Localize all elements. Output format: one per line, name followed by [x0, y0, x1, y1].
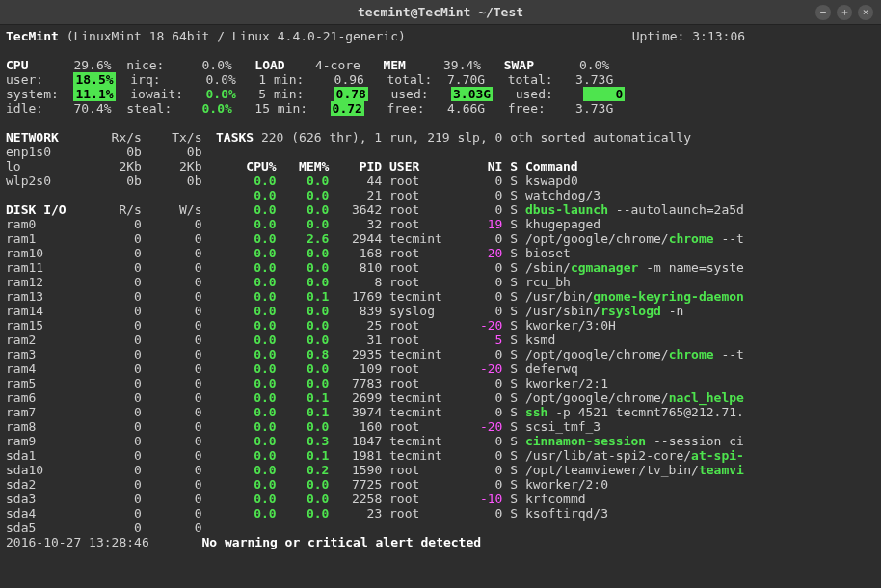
body-row: ram11 0 0 0.0 0.0 810 root 0 S /sbin/cgm…: [6, 260, 875, 275]
header-line: TecMint (LinuxMint 18 64bit / Linux 4.4.…: [6, 29, 875, 43]
body-row: ram7 0 0 0.0 0.1 3974 tecmint 0 S ssh -p…: [6, 405, 875, 419]
uptime-label: Uptime:: [632, 29, 693, 43]
irq-label: irq:: [130, 72, 160, 87]
footer-line: 2016-10-27 13:28:46 No warning or critic…: [6, 535, 875, 549]
body-row: ram0 0 0 0.0 0.0 32 root 19 S khugepaged: [6, 217, 875, 231]
body-row: enp1s0 0b 0b: [6, 145, 875, 159]
body-row: DISK I/O R/s W/s 0.0 0.0 3642 root 0 S d…: [6, 202, 875, 217]
memused-value: 3.03G: [451, 87, 493, 101]
load15-label: 15 min:: [254, 101, 307, 116]
mem-label: MEM: [383, 58, 405, 72]
close-icon[interactable]: ×: [858, 5, 873, 20]
iowait-value: 0.0%: [206, 87, 236, 101]
memtotal-value: 7.70G: [447, 72, 485, 87]
body-row: sda1 0 0 0.0 0.1 1981 tecmint 0 S /usr/l…: [6, 448, 875, 463]
memfree-value: 4.66G: [447, 101, 485, 116]
body-row: 0.0 0.0 21 root 0 S watchdog/3: [6, 188, 875, 202]
body-row: ram8 0 0 0.0 0.0 160 root -20 S scsi_tmf…: [6, 419, 875, 434]
app-name: TecMint: [6, 29, 59, 43]
user-value: 18.5%: [73, 72, 115, 87]
body-row: sda4 0 0 0.0 0.0 23 root 0 S ksoftirqd/3: [6, 506, 875, 521]
window-controls: − ＋ ×: [815, 5, 873, 20]
load1-label: 1 min:: [258, 72, 304, 87]
minimize-icon[interactable]: −: [815, 5, 831, 20]
body-row: ram5 0 0 0.0 0.0 7783 root 0 S kworker/2…: [6, 376, 875, 390]
body-row: sda5 0 0: [6, 521, 875, 535]
swapused-value: 0: [615, 87, 623, 101]
stats-row-3: system: 11.1% iowait: 0.0% 5 min: 0.78 u…: [6, 87, 875, 101]
footer-time: 2016-10-27 13:28:46: [6, 535, 149, 549]
swaptotal-label: total:: [508, 72, 553, 87]
body-row: ram4 0 0 0.0 0.0 109 root -20 S deferwq: [6, 361, 875, 376]
body-row: lo 2Kb 2Kb CPU% MEM% PID USER NI S Comma…: [6, 159, 875, 174]
load-cores: 4-core: [315, 58, 360, 72]
body-row: ram14 0 0 0.0 0.0 839 syslog 0 S /usr/sb…: [6, 304, 875, 318]
memused-label: used:: [390, 87, 428, 101]
uptime-value: 3:13:06: [692, 29, 745, 43]
titlebar: tecmint@TecMint ~/Test − ＋ ×: [0, 0, 881, 25]
body-row: sda3 0 0 0.0 0.0 2258 root -10 S krfcomm…: [6, 492, 875, 506]
body-row: ram15 0 0 0.0 0.0 25 root -20 S kworker/…: [6, 318, 875, 333]
swap-label: SWAP: [504, 58, 534, 72]
footer-msg: No warning or critical alert detected: [202, 535, 482, 549]
steal-label: steal:: [126, 101, 172, 116]
swapfree-label: free:: [508, 101, 546, 116]
stats-row-1: CPU 29.6% nice: 0.0% LOAD 4-core MEM 39.…: [6, 58, 875, 72]
window-title: tecmint@TecMint ~/Test: [358, 5, 523, 19]
terminal[interactable]: TecMint (LinuxMint 18 64bit / Linux 4.4.…: [0, 25, 881, 553]
body-row: sda10 0 0 0.0 0.2 1590 root 0 S /opt/tea…: [6, 463, 875, 477]
system-label: system:: [6, 87, 59, 101]
swaptotal-value: 3.73G: [575, 72, 613, 87]
user-label: user:: [6, 72, 43, 87]
nice-value: 0.0%: [202, 58, 232, 72]
body-row: ram2 0 0 0.0 0.0 31 root 5 S ksmd: [6, 333, 875, 347]
load15-value: 0.72: [331, 101, 364, 116]
swap-pct: 0.0%: [579, 58, 609, 72]
stats-row-4: idle: 70.4% steal: 0.0% 15 min: 0.72 fre…: [6, 101, 875, 116]
memfree-label: free:: [387, 101, 424, 116]
memtotal-label: total:: [387, 72, 432, 87]
body-row: sda2 0 0 0.0 0.0 7725 root 0 S kworker/2…: [6, 477, 875, 492]
body-row: wlp2s0 0b 0b 0.0 0.0 44 root 0 S kswapd0: [6, 174, 875, 188]
steal-value: 0.0%: [202, 101, 232, 116]
body-row: ram13 0 0 0.0 0.1 1769 tecmint 0 S /usr/…: [6, 289, 875, 304]
body-row: ram3 0 0 0.0 0.8 2935 tecmint 0 S /opt/g…: [6, 347, 875, 361]
iowait-label: iowait:: [130, 87, 183, 101]
cpu-total: 29.6%: [73, 58, 111, 72]
body-row: ram1 0 0 0.0 2.6 2944 tecmint 0 S /opt/g…: [6, 231, 875, 246]
body-row: ram12 0 0 0.0 0.0 8 root 0 S rcu_bh: [6, 275, 875, 289]
body-row: ram6 0 0 0.0 0.1 2699 tecmint 0 S /opt/g…: [6, 390, 875, 405]
load1-value: 0.96: [334, 72, 364, 87]
load5-label: 5 min:: [258, 87, 304, 101]
mem-pct: 39.4%: [443, 58, 481, 72]
idle-label: idle:: [6, 101, 43, 116]
body-row: ram9 0 0 0.0 0.3 1847 tecmint 0 S cinnam…: [6, 434, 875, 448]
cpu-label: CPU: [6, 58, 28, 72]
body-row: ram10 0 0 0.0 0.0 168 root -20 S bioset: [6, 246, 875, 260]
swapused-label: used:: [516, 87, 553, 101]
sys-info: (LinuxMint 18 64bit / Linux 4.4.0-21-gen…: [67, 29, 406, 43]
stats-row-2: user: 18.5% irq: 0.0% 1 min: 0.96 total:…: [6, 72, 875, 87]
maximize-icon[interactable]: ＋: [837, 5, 852, 20]
system-value: 11.1%: [73, 87, 115, 101]
nice-label: nice:: [126, 58, 164, 72]
load5-value: 0.78: [334, 87, 368, 101]
body-row: NETWORK Rx/s Tx/sTASKS 220 (626 thr), 1 …: [6, 130, 875, 145]
irq-value: 0.0%: [206, 72, 236, 87]
lower-section: NETWORK Rx/s Tx/sTASKS 220 (626 thr), 1 …: [6, 130, 875, 535]
idle-value: 70.4%: [73, 101, 111, 116]
swapfree-value: 3.73G: [575, 101, 613, 116]
load-label: LOAD: [254, 58, 284, 72]
